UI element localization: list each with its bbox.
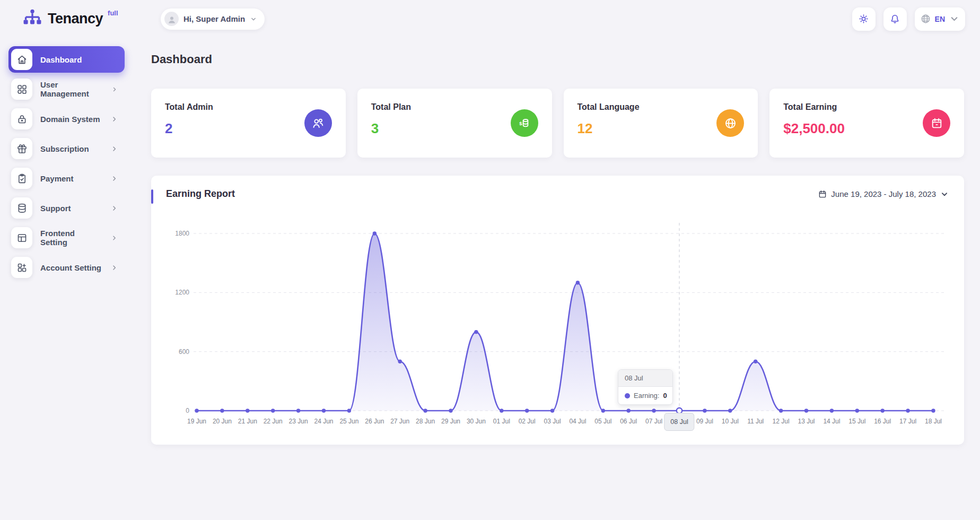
- home-icon: [11, 49, 32, 70]
- stat-label: Total Plan: [371, 102, 538, 112]
- grid-plus-icon: [11, 257, 32, 278]
- clipboard-check-icon: [11, 168, 32, 189]
- chevron-right-icon: [110, 175, 118, 183]
- svg-text:27 Jun: 27 Jun: [390, 418, 409, 425]
- svg-text:15 Jul: 15 Jul: [848, 418, 865, 425]
- sidebar-item-user-management[interactable]: User Management: [8, 76, 125, 102]
- chart-tooltip: 08 Jul Earning: 0: [618, 369, 673, 405]
- sidebar-item-label: User Management: [40, 80, 103, 98]
- bell-icon: [889, 13, 900, 24]
- chevron-down-icon: [949, 13, 960, 24]
- svg-text:13 Jul: 13 Jul: [798, 418, 815, 425]
- sitemap-logo-icon: [21, 8, 43, 30]
- chevron-right-icon: [110, 115, 118, 123]
- svg-text:30 Jun: 30 Jun: [467, 418, 486, 425]
- sidebar-item-dashboard[interactable]: Dashboard: [8, 46, 125, 73]
- sidebar-item-account-setting[interactable]: Account Setting: [8, 254, 125, 281]
- chevron-down-icon: [940, 189, 949, 199]
- stat-label: Total Admin: [165, 102, 332, 112]
- gift-icon: [11, 138, 32, 159]
- stat-card-total-plan: Total Plan3$: [357, 89, 552, 158]
- earning-area-chart: 06001200180019 Jun20 Jun21 Jun22 Jun23 J…: [166, 212, 949, 435]
- sidebar-item-support[interactable]: Support: [8, 195, 125, 221]
- tooltip-date: 08 Jul: [618, 370, 672, 387]
- stat-label: Total Earning: [783, 102, 950, 112]
- svg-text:16 Jul: 16 Jul: [874, 418, 891, 425]
- earning-report-title: Earning Report: [166, 188, 235, 200]
- brand-badge: full: [108, 9, 118, 17]
- hovered-axis-label: 08 Jul: [664, 413, 694, 431]
- chevron-right-icon: [110, 264, 118, 272]
- user-greeting: Hi, Super Admin: [183, 14, 245, 23]
- svg-text:23 Jun: 23 Jun: [289, 418, 308, 425]
- sidebar-item-frontend-setting[interactable]: Frontend Setting: [8, 224, 125, 251]
- svg-text:28 Jun: 28 Jun: [416, 418, 435, 425]
- sidebar-nav: DashboardUser ManagementDomain SystemSub…: [0, 38, 133, 445]
- svg-text:10 Jul: 10 Jul: [722, 418, 739, 425]
- svg-text:29 Jun: 29 Jun: [441, 418, 460, 425]
- svg-text:1200: 1200: [175, 289, 189, 296]
- svg-text:19 Jun: 19 Jun: [187, 418, 206, 425]
- svg-text:20 Jun: 20 Jun: [213, 418, 232, 425]
- dollar-coins-icon: $: [511, 109, 538, 137]
- svg-text:01 Jul: 01 Jul: [493, 418, 510, 425]
- page-title: Dashboard: [151, 53, 964, 66]
- svg-text:$: $: [519, 121, 522, 126]
- tooltip-series-label: Earning:: [634, 392, 659, 400]
- calendar-icon: [818, 189, 827, 199]
- calendar-icon: [923, 109, 950, 137]
- date-range-label: June 19, 2023 - July 18, 2023: [831, 189, 936, 198]
- svg-text:18 Jul: 18 Jul: [925, 418, 942, 425]
- sidebar-item-payment[interactable]: Payment: [8, 165, 125, 192]
- stat-card-total-admin: Total Admin2: [151, 89, 346, 158]
- svg-text:09 Jul: 09 Jul: [696, 418, 713, 425]
- svg-text:600: 600: [179, 348, 189, 356]
- sidebar-item-label: Support: [40, 204, 71, 213]
- svg-text:06 Jul: 06 Jul: [620, 418, 637, 425]
- globe-icon: [716, 109, 744, 137]
- category-icon: [11, 79, 32, 100]
- earning-chart[interactable]: 06001200180019 Jun20 Jun21 Jun22 Jun23 J…: [166, 212, 949, 437]
- svg-text:11 Jul: 11 Jul: [747, 418, 764, 425]
- svg-text:14 Jul: 14 Jul: [823, 418, 840, 425]
- svg-text:25 Jun: 25 Jun: [339, 418, 358, 425]
- theme-toggle-button[interactable]: [852, 7, 876, 31]
- card-accent-bar: [151, 189, 153, 204]
- chevron-right-icon: [111, 85, 118, 93]
- svg-text:03 Jul: 03 Jul: [544, 418, 561, 425]
- stat-card-total-language: Total Language12: [564, 89, 758, 158]
- brand-logo[interactable]: Tenancy full: [0, 8, 133, 30]
- sun-icon: [858, 13, 869, 24]
- svg-text:12 Jul: 12 Jul: [773, 418, 790, 425]
- svg-text:04 Jul: 04 Jul: [569, 418, 586, 425]
- notifications-button[interactable]: [883, 7, 907, 31]
- sidebar-item-domain-system[interactable]: Domain System: [8, 106, 125, 132]
- svg-text:0: 0: [186, 407, 189, 414]
- language-selector-button[interactable]: EN: [915, 7, 965, 31]
- sidebar-item-subscription[interactable]: Subscription: [8, 135, 125, 162]
- sidebar-item-label: Account Setting: [40, 263, 101, 272]
- svg-text:24 Jun: 24 Jun: [314, 418, 333, 425]
- chevron-right-icon: [110, 204, 118, 212]
- svg-text:1800: 1800: [175, 230, 189, 237]
- chevron-right-icon: [110, 145, 118, 153]
- top-header: Tenancy full Hi, Super Admin EN: [0, 0, 980, 38]
- svg-text:17 Jul: 17 Jul: [899, 418, 916, 425]
- chevron-right-icon: [110, 234, 118, 242]
- chevron-down-icon: [250, 15, 257, 23]
- series-marker-dot: [625, 393, 630, 398]
- header-actions: EN: [852, 7, 965, 31]
- svg-text:21 Jun: 21 Jun: [238, 418, 257, 425]
- svg-text:02 Jul: 02 Jul: [519, 418, 536, 425]
- earning-report-card: Earning Report June 19, 2023 - July 18, …: [151, 176, 964, 445]
- user-menu-button[interactable]: Hi, Super Admin: [161, 8, 265, 30]
- users-icon: [304, 109, 332, 137]
- sidebar-item-label: Frontend Setting: [40, 229, 102, 247]
- language-code: EN: [935, 15, 945, 23]
- date-range-picker[interactable]: June 19, 2023 - July 18, 2023: [818, 189, 949, 199]
- stat-cards-row: Total Admin2Total Plan3$Total Language12…: [151, 89, 964, 158]
- svg-text:05 Jul: 05 Jul: [594, 418, 611, 425]
- lock-icon: [11, 108, 32, 129]
- svg-text:07 Jul: 07 Jul: [645, 418, 662, 425]
- brand-name: Tenancy: [48, 11, 103, 27]
